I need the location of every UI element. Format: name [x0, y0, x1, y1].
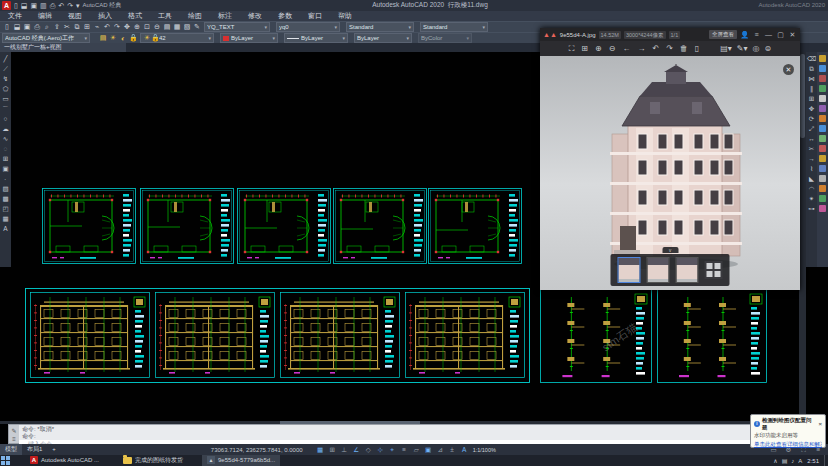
copy-icon[interactable]: ⧉	[73, 23, 81, 31]
match-properties-icon[interactable]: ⌁	[93, 23, 101, 31]
toggle-object-snap[interactable]: ⊹	[375, 445, 386, 455]
erase-icon[interactable]: ⌫	[807, 55, 816, 62]
tool-palettes-icon[interactable]: ▧	[183, 23, 191, 31]
mirror-icon[interactable]: ⋈	[808, 75, 815, 82]
toggle-selection-cycling[interactable]: ▣	[423, 445, 434, 455]
toggle-dynamic-input[interactable]: ±	[447, 445, 458, 455]
autocad-logo-icon[interactable]: A	[2, 1, 11, 10]
region-icon[interactable]: ◰	[2, 205, 8, 212]
insert-block-icon[interactable]: ⊞	[3, 155, 8, 162]
move-icon[interactable]: ✥	[809, 105, 814, 112]
menu-视图[interactable]: 视图	[60, 11, 90, 21]
zoom-in-icon[interactable]: ⊕	[595, 44, 602, 53]
cut-icon[interactable]: ✂	[63, 23, 71, 31]
linetype-combo[interactable]: ByLayer▾	[284, 33, 348, 43]
toggle-grid[interactable]: ▦	[315, 445, 326, 455]
multiline-text-icon[interactable]: A	[3, 225, 7, 232]
arc-icon[interactable]: ⌒	[2, 105, 9, 112]
plot-icon[interactable]: ⎙	[33, 23, 41, 31]
chamfer-icon[interactable]: ◣	[809, 175, 814, 182]
close-image-icon[interactable]: ✕	[783, 64, 794, 75]
tool-icon-7[interactable]	[819, 125, 826, 132]
hatch-icon[interactable]: ▨	[2, 185, 8, 192]
menu-绘图[interactable]: 绘图	[180, 11, 210, 21]
maximize-button[interactable]: ▢	[776, 31, 785, 39]
lineweight-combo[interactable]: ByLayer▾	[354, 33, 412, 43]
thumbnail-grid-button[interactable]	[705, 261, 723, 279]
zoom-previous-icon[interactable]: ⊖	[153, 23, 161, 31]
menu-帮助[interactable]: 帮助	[330, 11, 360, 21]
ellipse-icon[interactable]: ◌	[4, 145, 8, 152]
redo-icon[interactable]: ↷	[113, 23, 121, 31]
fullscreen-icon[interactable]: ⛶	[569, 44, 575, 54]
stretch-icon[interactable]: ↔	[808, 135, 815, 142]
rotate-left-icon[interactable]: ↶	[652, 44, 659, 53]
toggle-annotation-visibility[interactable]: A	[459, 445, 470, 455]
input-method-icon[interactable]: A	[798, 458, 802, 464]
circle-icon[interactable]: ○	[4, 115, 8, 122]
menu-参数[interactable]: 参数	[270, 11, 300, 21]
taskbar-clock[interactable]: 2:51	[807, 458, 819, 464]
menu-修改[interactable]: 修改	[240, 11, 270, 21]
plot-style-combo[interactable]: ByColor▾	[418, 33, 472, 43]
customize-dropdown-icon[interactable]: ▾	[76, 1, 80, 10]
toggle-ortho[interactable]: ⊥	[339, 445, 350, 455]
show-desktop-button[interactable]	[824, 455, 828, 466]
user-icon[interactable]: 👤	[740, 31, 749, 39]
open-icon[interactable]: ⬓	[21, 1, 28, 10]
menu-icon[interactable]: ≡	[752, 31, 761, 38]
menu-编辑[interactable]: 编辑	[30, 11, 60, 21]
tool-icon-4[interactable]	[819, 95, 826, 102]
array-icon[interactable]: ⊞	[809, 95, 814, 102]
layer-properties-icon[interactable]: ▤	[99, 34, 107, 42]
notification-link[interactable]: 单击此处查看详细信息和解决方法...	[754, 441, 822, 448]
undo-icon[interactable]: ↶	[58, 1, 64, 10]
taskbar-item-autocad[interactable]: AAutodesk AutoCAD ...	[25, 455, 104, 466]
start-button[interactable]	[0, 455, 11, 466]
previous-icon[interactable]: ←	[622, 44, 630, 53]
close-button[interactable]: ✕	[788, 31, 797, 39]
fit-window-icon[interactable]: ⊞	[581, 44, 588, 53]
toggle-isodraft[interactable]: ◇	[363, 445, 374, 455]
offset-icon[interactable]: ∥	[810, 85, 813, 92]
point-icon[interactable]: ∙	[5, 175, 7, 182]
toggle-polar-tracking[interactable]: ∠	[351, 445, 362, 455]
properties-icon[interactable]: ▤	[163, 23, 171, 31]
tool-icon-12[interactable]	[819, 175, 826, 182]
tool-icon-15[interactable]	[819, 205, 826, 212]
drawing-file-tab[interactable]: 一线别墅广一栋+视图	[0, 43, 126, 52]
rectangle-icon[interactable]: ▭	[2, 95, 8, 102]
plot-preview-icon[interactable]: ⌕	[43, 23, 51, 31]
minimize-button[interactable]: —	[764, 31, 773, 38]
color-combo[interactable]: ByLayer▾	[220, 33, 278, 43]
image-thumbnail-2[interactable]	[647, 257, 670, 283]
tool-icon-11[interactable]	[819, 165, 826, 172]
new-icon[interactable]: ▯	[14, 1, 18, 10]
tool-icon-5[interactable]	[819, 105, 826, 112]
make-block-icon[interactable]: ▣	[2, 165, 8, 172]
tool-icon-13[interactable]	[819, 185, 826, 192]
layer-combo[interactable]: ☀🔒 42▾	[140, 33, 214, 43]
send-to-phone-icon[interactable]: ▯	[695, 44, 699, 53]
tool-icon-1[interactable]	[819, 65, 826, 72]
tool-icon-14[interactable]	[819, 195, 826, 202]
undo-icon[interactable]: ↶	[103, 23, 111, 31]
layout-tab-模型[interactable]: 模型	[0, 444, 22, 455]
layout-tab-布局1[interactable]: 布局1	[22, 444, 47, 455]
toggle-transparency[interactable]: ▱	[411, 445, 422, 455]
scale-icon[interactable]: ⤢	[809, 125, 814, 132]
join-icon[interactable]: ⊶	[808, 205, 815, 212]
menu-窗口[interactable]: 窗口	[300, 11, 330, 21]
next-icon[interactable]: →	[637, 44, 645, 53]
tool-icon-8[interactable]	[819, 135, 826, 142]
volume-icon[interactable]: ♪	[791, 458, 794, 464]
break-icon[interactable]: ⌇	[810, 165, 813, 172]
tool-icon-10[interactable]	[819, 155, 826, 162]
menu-标注[interactable]: 标注	[210, 11, 240, 21]
layer-off-icon[interactable]: ☀	[109, 34, 117, 42]
revision-cloud-icon[interactable]: ☁	[2, 125, 9, 132]
tool-icon-3[interactable]	[819, 85, 826, 92]
tool-icon-6[interactable]	[819, 115, 826, 122]
view-mode-icon[interactable]: ▤▾	[720, 44, 732, 53]
edit-icon[interactable]: ✎▾	[737, 44, 748, 53]
